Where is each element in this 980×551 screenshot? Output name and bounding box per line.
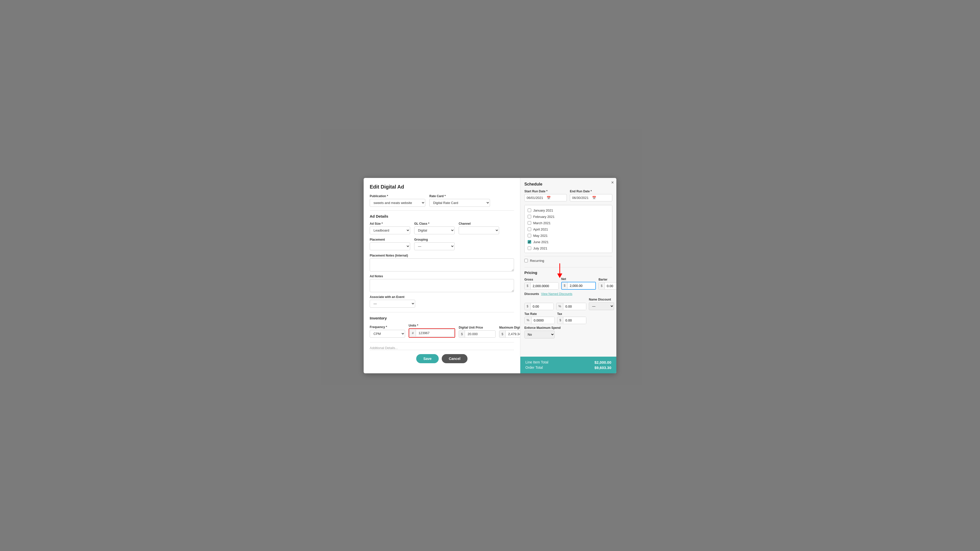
units-group-outer: Units * # [409, 324, 455, 338]
net-wrapper: $ [561, 282, 596, 290]
placement-notes-textarea[interactable] [370, 258, 514, 271]
adsize-glclass-channel-row: Ad Size * Leadboard GL Class * Digital [370, 222, 514, 234]
month-checkbox[interactable] [528, 215, 531, 218]
ad-details-heading: Ad Details [370, 214, 514, 218]
units-hash: # [410, 330, 416, 336]
start-date-group: Start Run Date * 06/01/2021 📅 [524, 190, 567, 201]
month-checkbox[interactable] [528, 221, 531, 225]
publication-select[interactable]: sweets and meats website [370, 199, 425, 207]
name-discount-label: Name Discount [589, 298, 614, 301]
gross-net-barter-row: Gross $ Net $ [524, 277, 612, 290]
ad-size-select[interactable]: Leadboard [370, 226, 410, 234]
event-group: Associate with an Event — [370, 295, 514, 307]
modal-container: Edit Digital Ad Publication * sweets and… [364, 178, 616, 373]
max-spend-input[interactable] [506, 331, 520, 338]
red-arrow-icon [555, 263, 565, 279]
discounts-label: Discounts [524, 292, 539, 296]
month-item[interactable]: February 2021 [525, 213, 612, 220]
month-item[interactable]: July 2021 [525, 245, 612, 252]
rate-card-group: Rate Card * Digital Rate Card [430, 194, 490, 207]
view-named-discounts-link[interactable]: View Named Discounts [541, 292, 573, 296]
order-total-row: Order Total $9,603.30 [525, 365, 611, 370]
barter-symbol: $ [599, 283, 605, 289]
enforce-select[interactable]: No Yes [524, 331, 555, 338]
modal-footer: Save Cancel [370, 350, 514, 367]
month-item[interactable]: August 2021 [525, 252, 612, 253]
net-input[interactable] [568, 282, 595, 289]
month-checkbox[interactable] [528, 228, 531, 231]
barter-input[interactable] [605, 283, 616, 290]
discount-values-row: $ % Name Discount [524, 298, 612, 310]
line-item-value: $2,000.00 [594, 360, 611, 365]
ad-details-section: Ad Details Ad Size * Leadboard GL Class … [370, 214, 514, 307]
end-date-label: End Run Date * [570, 190, 612, 193]
max-spend-wrapper: $ [499, 330, 520, 338]
name-discount-select[interactable]: — [589, 302, 614, 310]
modal-left-panel: Edit Digital Ad Publication * sweets and… [364, 178, 520, 373]
barter-label: Barter [598, 278, 616, 281]
months-list: January 2021February 2021March 2021April… [524, 205, 612, 253]
inventory-section: Inventory Frequency * CPM Units * [370, 316, 514, 338]
month-checkbox[interactable] [528, 247, 531, 250]
gl-class-label: GL Class * [414, 222, 455, 225]
additional-details-placeholder: Additional Details... [370, 346, 514, 350]
gross-label: Gross [524, 278, 559, 281]
totals-footer: Line Item Total $2,000.00 Order Total $9… [520, 357, 616, 373]
channel-group: Channel [459, 222, 499, 234]
month-item[interactable]: January 2021 [525, 207, 612, 213]
end-date-value: 06/30/2021 [572, 196, 590, 200]
enforce-label: Enforce Maximum Spend [524, 326, 612, 330]
month-item[interactable]: March 2021 [525, 220, 612, 226]
month-label: June 2021 [533, 240, 549, 244]
month-checkbox[interactable] [528, 234, 531, 237]
publication-label: Publication * [370, 194, 425, 198]
inventory-heading: Inventory [370, 316, 514, 320]
gl-class-select[interactable]: Digital [414, 226, 455, 234]
barter-group: Barter $ [598, 278, 616, 290]
month-checkbox[interactable] [528, 253, 531, 253]
month-label: January 2021 [533, 209, 553, 212]
inventory-row: Frequency * CPM Units * # [370, 324, 514, 338]
tax-input[interactable] [563, 317, 586, 324]
event-select[interactable]: — [370, 300, 415, 307]
discount-pct-input[interactable] [563, 303, 586, 310]
discount-dollar-input[interactable] [531, 303, 554, 310]
placement-select[interactable] [370, 242, 410, 250]
publication-group: Publication * sweets and meats website [370, 194, 425, 207]
channel-select[interactable] [459, 226, 499, 234]
schedule-title: Schedule [524, 182, 612, 186]
gross-wrapper: $ [524, 282, 559, 290]
units-input-wrapper: # [410, 329, 454, 337]
cancel-button[interactable]: Cancel [442, 354, 468, 363]
rate-card-select[interactable]: Digital Rate Card [430, 199, 490, 207]
placement-notes-label: Placement Notes (Internal) [370, 254, 514, 257]
month-item[interactable]: June 2021 [525, 239, 612, 245]
frequency-select[interactable]: CPM [370, 330, 405, 338]
placement-label: Placement [370, 238, 410, 241]
modal-overlay: Edit Digital Ad Publication * sweets and… [0, 0, 980, 551]
ad-notes-textarea[interactable] [370, 279, 514, 292]
close-button[interactable]: × [611, 180, 614, 185]
tax-rate-symbol: % [525, 317, 532, 323]
month-item[interactable]: April 2021 [525, 226, 612, 233]
ad-size-label: Ad Size * [370, 222, 410, 225]
grouping-select[interactable]: — [414, 242, 455, 250]
save-button[interactable]: Save [416, 354, 439, 363]
digital-price-input[interactable] [465, 331, 495, 338]
end-date-wrapper[interactable]: 06/30/2021 📅 [570, 194, 612, 201]
month-checkbox[interactable] [528, 240, 531, 244]
gross-input[interactable] [531, 283, 558, 290]
gross-symbol: $ [525, 283, 531, 289]
rate-card-label: Rate Card * [430, 194, 490, 198]
month-item[interactable]: May 2021 [525, 233, 612, 239]
max-spend-symbol: $ [500, 331, 506, 338]
units-input[interactable] [416, 330, 454, 336]
order-label: Order Total [525, 365, 543, 369]
discount-dollar-wrapper: $ [524, 303, 554, 310]
net-symbol: $ [562, 282, 568, 289]
recurring-checkbox[interactable] [524, 259, 528, 262]
frequency-group: Frequency * CPM [370, 325, 405, 338]
tax-rate-input[interactable] [532, 317, 554, 324]
start-date-wrapper[interactable]: 06/01/2021 📅 [524, 194, 567, 201]
month-checkbox[interactable] [528, 209, 531, 212]
